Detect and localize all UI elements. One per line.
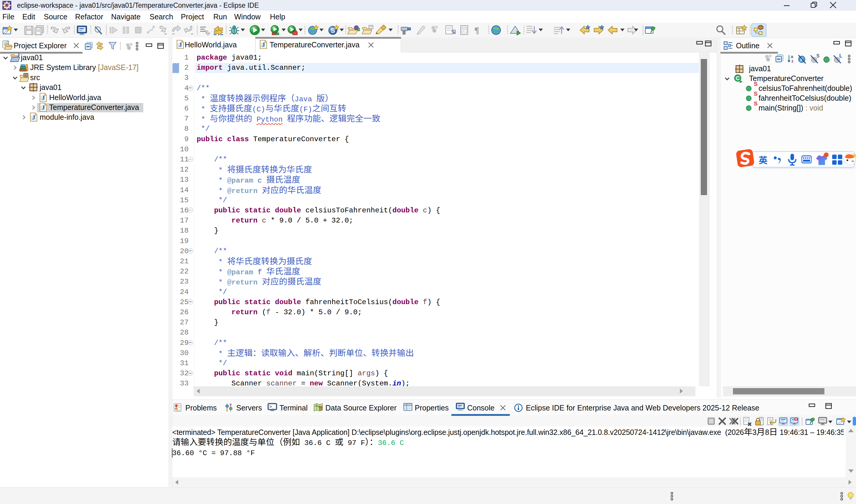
svg-text:¶: ¶ [474, 25, 479, 35]
svg-text:J: J [42, 94, 45, 101]
svg-text:IDE: IDE [4, 5, 8, 8]
svg-text:z: z [791, 58, 794, 64]
svg-text:J: J [32, 113, 35, 121]
svg-text:S: S [331, 27, 335, 34]
svg-text:J: J [17, 53, 20, 58]
svg-text:S: S [816, 54, 819, 58]
svg-text:C: C [736, 75, 740, 81]
svg-text:J: J [262, 41, 265, 48]
svg-text:J: J [42, 104, 45, 111]
svg-text:J: J [179, 41, 182, 48]
svg-text:>_: >_ [269, 404, 274, 409]
svg-text:L: L [839, 54, 842, 58]
